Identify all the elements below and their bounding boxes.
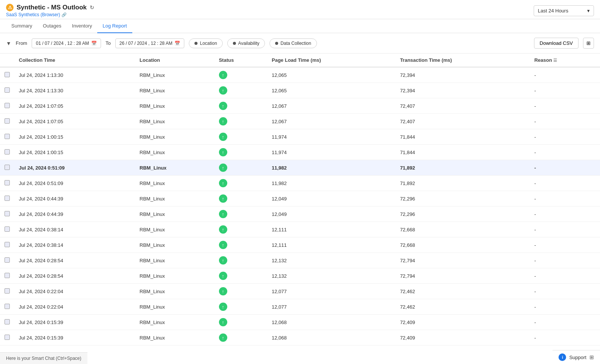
row-checkbox[interactable] — [5, 180, 10, 185]
row-checkbox[interactable] — [5, 165, 10, 170]
row-location: RBM_Linux — [135, 315, 214, 330]
row-checkbox[interactable] — [5, 335, 10, 340]
row-page-load-time: 12,077 — [267, 299, 395, 315]
row-reason: - — [530, 206, 600, 222]
table-row[interactable]: Jul 24, 2024 1:13:30RBM_Linux↑12,06572,3… — [0, 83, 600, 98]
from-calendar-icon: 📅 — [91, 41, 97, 46]
table-row[interactable]: Jul 24, 2024 0:38:14RBM_Linux↑12,11172,6… — [0, 237, 600, 253]
row-checkbox-cell — [0, 268, 14, 284]
to-date-input[interactable]: 26 / 07 / 2024 , 12 : 28 AM 📅 — [115, 38, 185, 48]
row-checkbox-cell — [0, 330, 14, 346]
row-transaction-time: 71,892 — [395, 176, 530, 191]
row-checkbox[interactable] — [5, 257, 10, 263]
row-status: ↑ — [214, 268, 267, 284]
row-reason: - — [530, 237, 600, 253]
col-header-reason: Reason ☰ — [530, 54, 600, 67]
table-row[interactable]: Jul 24, 2024 0:28:54RBM_Linux↑12,13272,7… — [0, 268, 600, 284]
row-checkbox-cell — [0, 83, 14, 98]
row-location: RBM_Linux — [135, 222, 214, 237]
tab-outages[interactable]: Outages — [38, 19, 67, 33]
availability-dot-icon — [233, 42, 236, 45]
row-checkbox-cell — [0, 191, 14, 206]
table-row[interactable]: Jul 24, 2024 0:44:39RBM_Linux↑12,04972,2… — [0, 206, 600, 222]
table-row[interactable]: Jul 24, 2024 1:13:30RBM_Linux↑12,06572,3… — [0, 67, 600, 83]
status-up-icon: ↑ — [219, 318, 227, 326]
chevron-down-icon: ▾ — [587, 8, 590, 14]
row-checkbox[interactable] — [5, 149, 10, 154]
table-row[interactable]: Jul 24, 2024 1:00:15RBM_Linux↑11,97471,8… — [0, 129, 600, 145]
row-page-load-time: 12,111 — [267, 237, 395, 253]
row-transaction-time: 71,844 — [395, 145, 530, 160]
row-checkbox-cell — [0, 145, 14, 160]
status-up-icon: ↑ — [219, 164, 227, 172]
row-page-load-time: 11,982 — [267, 176, 395, 191]
row-collection-time: Jul 24, 2024 0:28:54 — [14, 268, 135, 284]
status-up-icon: ↑ — [219, 210, 227, 218]
status-up-icon: ↑ — [219, 71, 227, 79]
row-status: ↑ — [214, 253, 267, 268]
table-row[interactable]: Jul 24, 2024 0:38:14RBM_Linux↑12,11172,6… — [0, 222, 600, 237]
row-checkbox-cell — [0, 253, 14, 268]
row-checkbox[interactable] — [5, 288, 10, 294]
row-checkbox[interactable] — [5, 304, 10, 309]
table-row[interactable]: Jul 24, 2024 0:51:09RBM_Linux↑11,98271,8… — [0, 160, 600, 176]
table-row[interactable]: Jul 24, 2024 0:22:04RBM_Linux↑12,07772,4… — [0, 284, 600, 299]
row-location: RBM_Linux — [135, 206, 214, 222]
row-checkbox[interactable] — [5, 103, 10, 108]
row-checkbox[interactable] — [5, 72, 10, 77]
row-checkbox-cell — [0, 160, 14, 176]
availability-filter-btn[interactable]: Availability — [227, 38, 265, 48]
row-checkbox[interactable] — [5, 226, 10, 232]
row-status: ↑ — [214, 315, 267, 330]
columns-button[interactable]: ⊞ — [583, 38, 594, 49]
row-page-load-time: 12,067 — [267, 98, 395, 114]
header-left: ⚠ Synthetic - MS Outlook ↻ SaaS Syntheti… — [6, 4, 94, 17]
row-checkbox[interactable] — [5, 273, 10, 278]
row-reason: - — [530, 129, 600, 145]
refresh-icon[interactable]: ↻ — [90, 5, 94, 11]
row-checkbox-cell — [0, 315, 14, 330]
table-row[interactable]: Jul 24, 2024 0:51:09RBM_Linux↑11,98271,8… — [0, 176, 600, 191]
row-status: ↑ — [214, 129, 267, 145]
row-checkbox[interactable] — [5, 196, 10, 201]
row-transaction-time: 72,668 — [395, 222, 530, 237]
row-checkbox[interactable] — [5, 242, 10, 247]
row-page-load-time: 12,132 — [267, 253, 395, 268]
status-up-icon: ↑ — [219, 148, 227, 156]
row-checkbox[interactable] — [5, 87, 10, 93]
filter-icon: ▼ — [6, 40, 11, 46]
table-row[interactable]: Jul 24, 2024 0:28:54RBM_Linux↑12,13272,7… — [0, 253, 600, 268]
table-row[interactable]: Jul 24, 2024 1:07:05RBM_Linux↑12,06772,4… — [0, 114, 600, 129]
row-reason: - — [530, 222, 600, 237]
table-row[interactable]: Jul 24, 2024 1:00:15RBM_Linux↑11,97471,8… — [0, 145, 600, 160]
row-transaction-time: 72,409 — [395, 330, 530, 346]
tab-summary[interactable]: Summary — [6, 19, 38, 33]
table-header-row: Collection Time Location Status Page Loa… — [0, 54, 600, 67]
saas-link[interactable]: SaaS Synthetics (Browser) 🔗 — [6, 12, 94, 17]
from-date-input[interactable]: 01 / 07 / 2024 , 12 : 28 AM 📅 — [32, 38, 101, 48]
location-filter-btn[interactable]: Location — [189, 38, 222, 48]
row-transaction-time: 72,296 — [395, 191, 530, 206]
table-row[interactable]: Jul 24, 2024 1:07:05RBM_Linux↑12,06772,4… — [0, 98, 600, 114]
download-csv-button[interactable]: Download CSV — [534, 38, 579, 49]
row-checkbox[interactable] — [5, 211, 10, 216]
data-collection-filter-btn[interactable]: Data Collection — [269, 38, 317, 48]
status-up-icon: ↑ — [219, 133, 227, 141]
table-row[interactable]: Jul 24, 2024 0:44:39RBM_Linux↑12,04972,2… — [0, 191, 600, 206]
table-row[interactable]: Jul 24, 2024 0:15:39RBM_Linux↑12,06872,4… — [0, 330, 600, 346]
reason-filter-icon[interactable]: ☰ — [553, 58, 557, 63]
row-collection-time: Jul 24, 2024 0:38:14 — [14, 237, 135, 253]
tab-inventory[interactable]: Inventory — [67, 19, 97, 33]
row-checkbox-cell — [0, 284, 14, 299]
row-checkbox[interactable] — [5, 134, 10, 139]
time-range-dropdown[interactable]: Last 24 Hours ▾ — [534, 5, 594, 16]
tab-log-report[interactable]: Log Report — [97, 19, 132, 33]
table-row[interactable]: Jul 24, 2024 0:15:39RBM_Linux↑12,06872,4… — [0, 315, 600, 330]
row-checkbox[interactable] — [5, 118, 10, 124]
row-checkbox[interactable] — [5, 319, 10, 324]
table-row[interactable]: Jul 24, 2024 0:22:04RBM_Linux↑12,07772,4… — [0, 299, 600, 315]
row-page-load-time: 12,111 — [267, 222, 395, 237]
row-collection-time: Jul 24, 2024 1:00:15 — [14, 145, 135, 160]
row-collection-time: Jul 24, 2024 1:13:30 — [14, 67, 135, 83]
row-reason: - — [530, 160, 600, 176]
